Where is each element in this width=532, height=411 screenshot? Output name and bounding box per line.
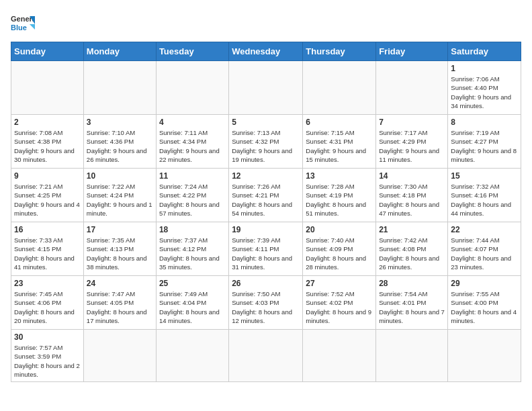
calendar-day-cell [303,61,376,115]
day-info: Sunrise: 7:47 AM Sunset: 4:05 PM Dayligh… [87,289,153,325]
calendar-day-cell [229,61,303,115]
day-number: 1 [451,64,518,73]
calendar-table: SundayMondayTuesdayWednesdayThursdayFrid… [11,42,521,382]
day-number: 15 [451,171,518,181]
day-number: 26 [232,279,300,288]
logo: General Blue [11,11,35,35]
day-number: 19 [232,225,300,234]
calendar-week-row: 30Sunrise: 7:57 AM Sunset: 3:59 PM Dayli… [11,330,521,382]
calendar-day-header: Friday [376,42,448,61]
svg-text:General: General [11,15,35,23]
day-info: Sunrise: 7:10 AM Sunset: 4:36 PM Dayligh… [87,128,153,164]
calendar-day-cell [448,330,521,382]
calendar-day-cell [83,330,156,382]
calendar-day-cell [11,61,84,115]
calendar-day-cell: 19Sunrise: 7:39 AM Sunset: 4:11 PM Dayli… [229,222,303,276]
calendar-day-header: Saturday [448,42,521,61]
calendar-day-cell: 2Sunrise: 7:08 AM Sunset: 4:38 PM Daylig… [11,115,84,169]
calendar-day-cell: 16Sunrise: 7:33 AM Sunset: 4:15 PM Dayli… [11,222,84,276]
day-number: 18 [159,225,226,234]
day-info: Sunrise: 7:24 AM Sunset: 4:22 PM Dayligh… [159,182,226,218]
day-number: 17 [87,225,153,234]
calendar-day-cell: 12Sunrise: 7:26 AM Sunset: 4:21 PM Dayli… [229,169,303,222]
svg-marker-3 [30,24,35,30]
calendar-day-cell [156,330,228,382]
day-info: Sunrise: 7:57 AM Sunset: 3:59 PM Dayligh… [14,343,81,379]
day-info: Sunrise: 7:52 AM Sunset: 4:02 PM Dayligh… [306,289,373,325]
day-info: Sunrise: 7:37 AM Sunset: 4:12 PM Dayligh… [159,236,226,271]
calendar-day-cell: 25Sunrise: 7:49 AM Sunset: 4:04 PM Dayli… [156,276,228,330]
day-number: 9 [14,171,81,181]
day-number: 25 [159,279,226,288]
day-info: Sunrise: 7:08 AM Sunset: 4:38 PM Dayligh… [14,128,81,164]
day-info: Sunrise: 7:39 AM Sunset: 4:11 PM Dayligh… [232,236,300,271]
calendar-day-cell [229,330,303,382]
day-number: 8 [451,118,518,127]
calendar-week-row: 23Sunrise: 7:45 AM Sunset: 4:06 PM Dayli… [11,276,521,330]
calendar-day-cell: 21Sunrise: 7:42 AM Sunset: 4:08 PM Dayli… [376,222,448,276]
page-header: General Blue [11,11,521,35]
calendar-day-cell [156,61,228,115]
calendar-day-cell [83,61,156,115]
calendar-day-header: Tuesday [156,42,228,61]
day-info: Sunrise: 7:42 AM Sunset: 4:08 PM Dayligh… [379,236,445,271]
calendar-day-cell: 20Sunrise: 7:40 AM Sunset: 4:09 PM Dayli… [303,222,376,276]
day-info: Sunrise: 7:30 AM Sunset: 4:18 PM Dayligh… [379,182,445,218]
day-number: 12 [232,171,300,181]
calendar-day-cell: 22Sunrise: 7:44 AM Sunset: 4:07 PM Dayli… [448,222,521,276]
calendar-day-cell: 17Sunrise: 7:35 AM Sunset: 4:13 PM Dayli… [83,222,156,276]
calendar-day-cell: 6Sunrise: 7:15 AM Sunset: 4:31 PM Daylig… [303,115,376,169]
day-info: Sunrise: 7:32 AM Sunset: 4:16 PM Dayligh… [451,182,518,218]
calendar-day-cell [376,330,448,382]
day-info: Sunrise: 7:35 AM Sunset: 4:13 PM Dayligh… [87,236,153,271]
calendar-day-header: Wednesday [229,42,303,61]
day-number: 16 [14,225,81,234]
calendar-day-header: Thursday [303,42,376,61]
day-info: Sunrise: 7:21 AM Sunset: 4:25 PM Dayligh… [14,182,81,218]
calendar-day-header: Monday [83,42,156,61]
calendar-day-cell: 24Sunrise: 7:47 AM Sunset: 4:05 PM Dayli… [83,276,156,330]
day-number: 20 [306,225,373,234]
day-info: Sunrise: 7:17 AM Sunset: 4:29 PM Dayligh… [379,128,445,164]
day-info: Sunrise: 7:22 AM Sunset: 4:24 PM Dayligh… [87,182,153,218]
day-info: Sunrise: 7:28 AM Sunset: 4:19 PM Dayligh… [306,182,373,218]
day-info: Sunrise: 7:11 AM Sunset: 4:34 PM Dayligh… [159,128,226,164]
day-info: Sunrise: 7:45 AM Sunset: 4:06 PM Dayligh… [14,289,81,325]
day-number: 21 [379,225,445,234]
calendar-day-cell: 14Sunrise: 7:30 AM Sunset: 4:18 PM Dayli… [376,169,448,222]
day-number: 10 [87,171,153,181]
day-info: Sunrise: 7:26 AM Sunset: 4:21 PM Dayligh… [232,182,300,218]
day-info: Sunrise: 7:19 AM Sunset: 4:27 PM Dayligh… [451,128,518,164]
day-number: 7 [379,118,445,127]
calendar-week-row: 1Sunrise: 7:06 AM Sunset: 4:40 PM Daylig… [11,61,521,115]
calendar-day-cell [303,330,376,382]
calendar-day-cell: 30Sunrise: 7:57 AM Sunset: 3:59 PM Dayli… [11,330,84,382]
calendar-day-cell: 29Sunrise: 7:55 AM Sunset: 4:00 PM Dayli… [448,276,521,330]
day-number: 28 [379,279,445,288]
day-info: Sunrise: 7:49 AM Sunset: 4:04 PM Dayligh… [159,289,226,325]
day-number: 22 [451,225,518,234]
calendar-day-cell: 15Sunrise: 7:32 AM Sunset: 4:16 PM Dayli… [448,169,521,222]
day-info: Sunrise: 7:15 AM Sunset: 4:31 PM Dayligh… [306,128,373,164]
calendar-header-row: SundayMondayTuesdayWednesdayThursdayFrid… [11,42,521,61]
day-number: 30 [14,332,81,342]
day-number: 24 [87,279,153,288]
calendar-day-cell: 13Sunrise: 7:28 AM Sunset: 4:19 PM Dayli… [303,169,376,222]
day-info: Sunrise: 7:55 AM Sunset: 4:00 PM Dayligh… [451,289,518,325]
calendar-day-cell [376,61,448,115]
calendar-day-cell: 7Sunrise: 7:17 AM Sunset: 4:29 PM Daylig… [376,115,448,169]
calendar-day-cell: 23Sunrise: 7:45 AM Sunset: 4:06 PM Dayli… [11,276,84,330]
calendar-day-cell: 4Sunrise: 7:11 AM Sunset: 4:34 PM Daylig… [156,115,228,169]
calendar-day-cell: 11Sunrise: 7:24 AM Sunset: 4:22 PM Dayli… [156,169,228,222]
calendar-day-cell: 9Sunrise: 7:21 AM Sunset: 4:25 PM Daylig… [11,169,84,222]
day-number: 13 [306,171,373,181]
calendar-week-row: 2Sunrise: 7:08 AM Sunset: 4:38 PM Daylig… [11,115,521,169]
day-number: 27 [306,279,373,288]
calendar-day-cell: 18Sunrise: 7:37 AM Sunset: 4:12 PM Dayli… [156,222,228,276]
calendar-week-row: 9Sunrise: 7:21 AM Sunset: 4:25 PM Daylig… [11,169,521,222]
day-info: Sunrise: 7:13 AM Sunset: 4:32 PM Dayligh… [232,128,300,164]
day-info: Sunrise: 7:44 AM Sunset: 4:07 PM Dayligh… [451,236,518,271]
calendar-day-cell: 27Sunrise: 7:52 AM Sunset: 4:02 PM Dayli… [303,276,376,330]
calendar-day-cell: 1Sunrise: 7:06 AM Sunset: 4:40 PM Daylig… [448,61,521,115]
day-number: 2 [14,118,81,127]
